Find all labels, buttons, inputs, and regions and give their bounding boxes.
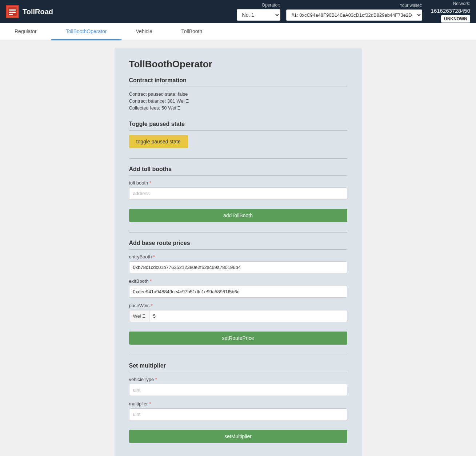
logo-icon: [6, 5, 19, 18]
nav: Regulator TollBoothOperator Vehicle Toll…: [0, 23, 476, 40]
add-toll-booth-button[interactable]: addTollBooth: [129, 209, 347, 222]
contract-info-section: Contract information Contract paused sta…: [129, 77, 347, 111]
set-multiplier-button[interactable]: setMultiplier: [129, 430, 347, 443]
toll-booth-required: *: [149, 180, 151, 186]
multiplier-group: multiplier *: [129, 401, 347, 420]
add-toll-booths-section: Add toll booths toll booth * addTollBoot…: [129, 166, 347, 222]
vehicle-type-input[interactable]: [129, 384, 347, 396]
price-weis-required: *: [151, 303, 153, 308]
nav-item-vehicle[interactable]: Vehicle: [121, 23, 167, 40]
paused-state: Contract paused state: false: [129, 91, 347, 97]
add-route-prices-title: Add base route prices: [129, 240, 347, 250]
price-value-input[interactable]: [149, 310, 347, 322]
contract-balance: Contract balance: 301 Wei Ξ: [129, 98, 347, 104]
operator-select[interactable]: No. 1 No. 2 No. 3: [237, 9, 280, 21]
exit-booth-required: *: [150, 278, 152, 284]
set-multiplier-section: Set multiplier vehicleType * multiplier …: [129, 362, 347, 443]
toll-booth-group: toll booth *: [129, 180, 347, 199]
entry-booth-group: entryBooth *: [129, 254, 347, 273]
set-multiplier-title: Set multiplier: [129, 362, 347, 372]
exit-booth-input[interactable]: [129, 286, 347, 298]
page-title: TollBoothOperator: [129, 59, 347, 70]
header: TollRoad Operator: No. 1 No. 2 No. 3 You…: [0, 0, 476, 23]
exit-booth-label: exitBooth *: [129, 278, 347, 284]
price-prefix: Wei Ξ: [129, 310, 149, 322]
price-weis-group: priceWeis * Wei Ξ: [129, 303, 347, 322]
toll-booth-label: toll booth *: [129, 180, 347, 186]
multiplier-label: multiplier *: [129, 401, 347, 407]
add-route-prices-section: Add base route prices entryBooth * exitB…: [129, 240, 347, 345]
contract-info-title: Contract information: [129, 77, 347, 87]
price-input-wrapper: Wei Ξ: [129, 310, 347, 322]
entry-booth-label: entryBooth *: [129, 254, 347, 259]
divider-3: [129, 355, 347, 355]
toggle-paused-section: Toggle paused state toggle paused state: [129, 121, 347, 148]
network-value: 1616263728450: [431, 8, 470, 14]
toggle-paused-title: Toggle paused state: [129, 121, 347, 131]
card: TollBoothOperator Contract information C…: [115, 48, 362, 456]
toggle-paused-button[interactable]: toggle paused state: [129, 135, 188, 148]
network-label: Network:: [453, 1, 470, 6]
operator-label: Operator:: [262, 3, 280, 8]
divider-1: [129, 158, 347, 159]
add-toll-booths-title: Add toll booths: [129, 166, 347, 176]
nav-item-regulator[interactable]: Regulator: [0, 23, 51, 40]
multiplier-required: *: [149, 401, 151, 407]
divider-2: [129, 232, 347, 233]
svg-rect-3: [9, 14, 13, 15]
nav-item-tollbooth[interactable]: TollBooth: [167, 23, 217, 40]
svg-rect-2: [9, 12, 16, 13]
wallet-select[interactable]: #1: 0xcC94a48F90B140aA03cD1cf02dB829ab44…: [286, 9, 422, 21]
contract-info-block: Contract paused state: false Contract ba…: [129, 91, 347, 111]
exit-booth-group: exitBooth *: [129, 278, 347, 298]
price-weis-label: priceWeis *: [129, 303, 347, 308]
entry-booth-required: *: [153, 254, 155, 259]
vehicle-type-required: *: [155, 377, 157, 382]
wallet-label: Your wallet:: [400, 3, 422, 8]
main-content: TollBoothOperator Contract information C…: [0, 40, 476, 456]
logo-area: TollRoad: [6, 5, 53, 18]
multiplier-input[interactable]: [129, 408, 347, 420]
vehicle-type-label: vehicleType *: [129, 377, 347, 382]
svg-rect-1: [9, 9, 16, 11]
network-section: Network: 1616263728450 UNKNOWN: [431, 1, 470, 23]
entry-booth-input[interactable]: [129, 261, 347, 273]
network-badge: UNKNOWN: [441, 15, 470, 23]
wallet-section: Your wallet: #1: 0xcC94a48F90B140aA03cD1…: [286, 3, 422, 21]
set-route-price-button[interactable]: setRoutePrice: [129, 332, 347, 345]
vehicle-type-group: vehicleType *: [129, 377, 347, 396]
app-title: TollRoad: [23, 8, 53, 16]
operator-section: Operator: No. 1 No. 2 No. 3: [237, 3, 280, 21]
nav-item-tollboothoperator[interactable]: TollBoothOperator: [51, 23, 121, 40]
toll-booth-input[interactable]: [129, 187, 347, 199]
collected-fees: Collected fees: 50 Wei Ξ: [129, 105, 347, 111]
